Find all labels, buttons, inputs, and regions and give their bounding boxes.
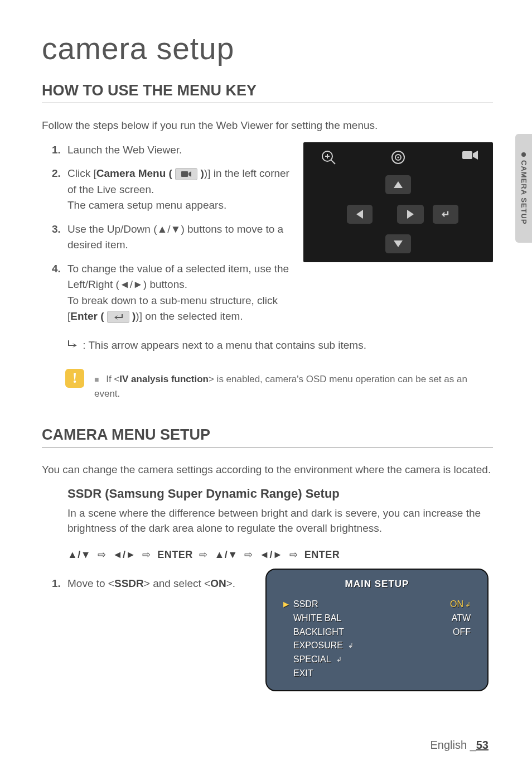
side-tab-text: CAMERA SETUP — [520, 160, 528, 225]
section2-intro: You can change the camera settings accor… — [42, 462, 493, 478]
nav-g5: ◄/► — [259, 549, 283, 560]
osd-r6-label: EXIT — [293, 667, 313, 681]
step-2-num: 2. — [52, 166, 61, 182]
dpad-right-button[interactable] — [397, 205, 424, 224]
footer-page: 53 — [476, 739, 489, 751]
step-3-text: Use the Up/Down (▲/▼) buttons to move to… — [67, 223, 283, 251]
dpad-up-button[interactable] — [385, 175, 411, 194]
step-2: 2. Click [Camera Menu ( ))] in the left … — [67, 166, 292, 214]
info-bold: IV analysis function — [119, 374, 209, 384]
ssdr-step-1-post: >. — [226, 577, 235, 589]
up-arrow-icon — [394, 181, 403, 188]
ssdr-step-1-num: 1. — [52, 577, 61, 590]
sub-item-arrow-note: : This arrow appears next to a menu that… — [67, 339, 493, 352]
svg-line-2 — [331, 160, 335, 164]
osd-sub-icon: ↲ — [465, 601, 471, 609]
nav-arrow-icon: ⇨ — [98, 549, 107, 560]
svg-rect-0 — [181, 171, 188, 177]
section1-steps-col: 1. Launch the Web Viewer. 2. Click [Came… — [42, 142, 292, 333]
osd-screen: MAIN SETUP ▶SSDR ON↲ WHITE BAL ATW BACKL… — [265, 569, 489, 691]
ssdr-step-1-b2: ON — [210, 577, 226, 589]
osd-r2-label: WHITE BAL — [293, 612, 341, 625]
nav-sequence: ▲/▼ ⇨ ◄/► ⇨ ENTER ⇨ ▲/▼ ⇨ ◄/► ⇨ ENTER — [67, 548, 493, 561]
nav-g1: ▲/▼ — [67, 549, 91, 560]
section-heading-menu-key: HOW TO USE THE MENU KEY — [42, 82, 493, 103]
osd-r5-label: SPECIAL — [293, 653, 331, 667]
nav-arrow-icon: ⇨ — [289, 549, 298, 560]
ssdr-sub-text: In a scene where the difference between … — [67, 506, 493, 536]
info-note: ! ■ If <IV analysis function> is enabled… — [65, 369, 493, 401]
step-4: 4. To change the value of a selected ite… — [67, 261, 292, 325]
step-1-text: Launch the Web Viewer. — [67, 144, 182, 156]
dpad-down-button[interactable] — [385, 234, 411, 253]
nav-g3: ENTER — [157, 549, 193, 560]
osd-r3-label: BACKLIGHT — [293, 625, 344, 639]
arrow-note-text: : This arrow appears next to a menu that… — [83, 339, 366, 351]
ssdr-step-1-b1: SSDR — [114, 577, 144, 589]
dpad-enter-button[interactable]: ↵ — [433, 205, 458, 224]
section1-two-col: 1. Launch the Web Viewer. 2. Click [Came… — [42, 142, 493, 333]
section-heading-camera-menu: CAMERA MENU SETUP — [42, 426, 493, 447]
ssdr-step-1-mid: > and select < — [144, 577, 210, 589]
osd-row-backlight: BACKLIGHT OFF — [283, 625, 471, 639]
nav-arrow-icon: ⇨ — [199, 549, 208, 560]
steps-list: 1. Launch the Web Viewer. 2. Click [Came… — [42, 142, 292, 325]
sub-menu-arrow-icon — [67, 339, 78, 352]
footer-sep: _ — [470, 739, 476, 751]
osd-r3-val: OFF — [453, 625, 471, 639]
step-1: 1. Launch the Web Viewer. — [67, 142, 292, 158]
step-3: 3. Use the Up/Down (▲/▼) buttons to move… — [67, 222, 292, 253]
camera-menu-button-icon — [175, 168, 197, 180]
step-1-num: 1. — [52, 142, 61, 158]
section1-intro: Follow the steps below if you run the We… — [42, 118, 493, 133]
osd-r4-label: EXPOSURE — [293, 639, 343, 653]
side-tab: CAMERA SETUP — [515, 134, 532, 243]
osd-row-ssdr: ▶SSDR ON↲ — [283, 598, 471, 612]
osd-r1-label: SSDR — [293, 598, 318, 612]
nav-g6: ENTER — [304, 549, 340, 560]
enter-button-icon — [107, 311, 129, 323]
nav-arrow-icon: ⇨ — [244, 549, 253, 560]
camera-icon[interactable] — [461, 149, 479, 163]
osd-row-special: SPECIAL↲ — [283, 653, 471, 667]
zoom-in-icon[interactable] — [320, 149, 337, 168]
nav-arrow-icon: ⇨ — [142, 549, 151, 560]
step-2-bold: Camera Menu ( — [96, 167, 172, 179]
dpad-left-button[interactable] — [347, 205, 373, 224]
chapter-title: camera setup — [42, 31, 493, 66]
step-3-num: 3. — [52, 222, 61, 238]
osd-r2-val: ATW — [452, 612, 471, 625]
step-2-line2: The camera setup menu appears. — [67, 199, 226, 211]
step-4-l1: To change the value of a selected item, … — [67, 263, 289, 291]
osd-row-exposure: EXPOSURE↲ — [283, 639, 471, 653]
nav-g4: ▲/▼ — [214, 549, 238, 560]
osd-pointer-icon: ▶ — [283, 599, 290, 610]
info-bullet-icon: ■ — [94, 375, 99, 384]
osd-sub-icon: ↲ — [348, 641, 354, 651]
side-tab-label: CAMERA SETUP — [520, 152, 528, 225]
enter-icon: ↵ — [442, 208, 450, 220]
step-4-l2c: )] on the selected item. — [136, 310, 243, 322]
page-footer: English _53 — [430, 739, 489, 752]
dpad-panel: ↵ — [303, 142, 493, 262]
osd-row-whitebal: WHITE BAL ATW — [283, 612, 471, 625]
info-badge-icon: ! — [65, 369, 84, 388]
left-arrow-icon — [356, 210, 363, 219]
osd-title: MAIN SETUP — [283, 579, 471, 590]
osd-sub-icon: ↲ — [336, 654, 342, 665]
info-pre: If < — [106, 374, 119, 384]
right-arrow-icon — [407, 210, 414, 219]
osd-r1-val: ON — [450, 599, 463, 609]
down-arrow-icon — [394, 240, 403, 247]
step-4-l2b: Enter ( — [70, 310, 104, 322]
side-tab-dot-icon — [521, 152, 526, 157]
ssdr-sub-heading: SSDR (Samsung Super Dynamic Range) Setup — [67, 487, 493, 501]
nav-g2: ◄/► — [113, 549, 136, 560]
focus-icon[interactable] — [390, 149, 407, 168]
svg-point-7 — [398, 156, 399, 158]
svg-rect-8 — [462, 151, 472, 159]
osd-row-exit: EXIT — [283, 667, 471, 681]
ssdr-step-1-pre: Move to < — [67, 577, 114, 589]
step-2-pre: Click [ — [67, 167, 96, 179]
info-text: ■ If <IV analysis function> is enabled, … — [94, 369, 493, 401]
